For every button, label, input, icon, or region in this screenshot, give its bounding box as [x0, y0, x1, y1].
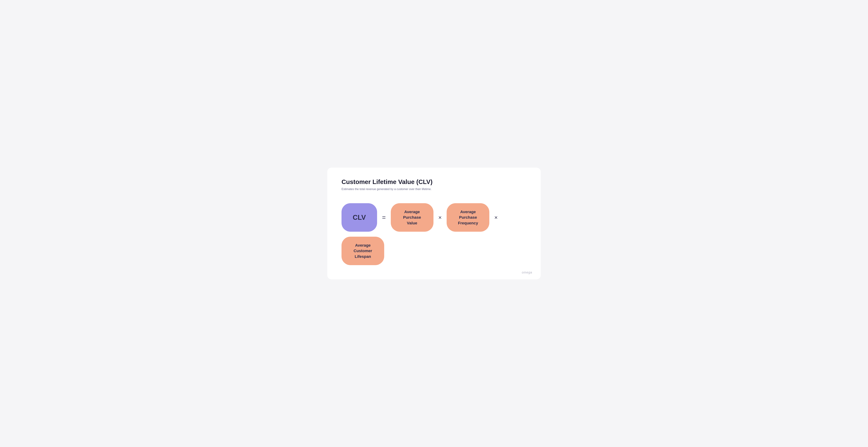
page-subtitle: Estimates the total revenue generated by… — [342, 187, 526, 191]
equals-symbol: = — [382, 214, 386, 221]
multiply-symbol-2: × — [494, 214, 498, 221]
term-3-label: AverageCustomerLifespan — [353, 242, 372, 259]
page-title: Customer Lifetime Value (CLV) — [342, 178, 526, 185]
term-bubble-1: AveragePurchaseValue — [391, 203, 433, 232]
formula-container: CLV = AveragePurchaseValue × AveragePurc… — [342, 203, 526, 265]
main-card: Customer Lifetime Value (CLV) Estimates … — [327, 168, 541, 279]
multiply-symbol-1: × — [438, 214, 442, 221]
term-bubble-2: AveragePurchaseFrequency — [446, 203, 489, 232]
clv-bubble: CLV — [342, 203, 377, 232]
omega-watermark: omega — [522, 271, 532, 274]
term-2-label: AveragePurchaseFrequency — [458, 209, 478, 226]
term-1-label: AveragePurchaseValue — [403, 209, 421, 226]
term-bubble-3: AverageCustomerLifespan — [342, 237, 384, 265]
clv-label: CLV — [353, 213, 366, 221]
